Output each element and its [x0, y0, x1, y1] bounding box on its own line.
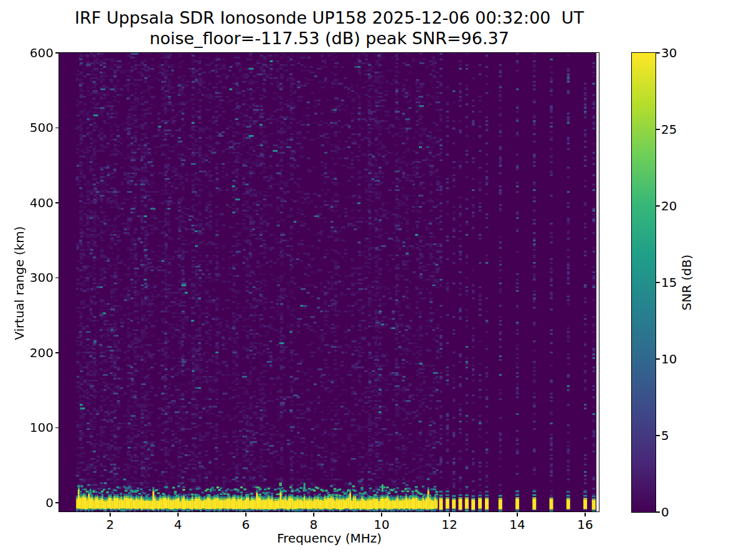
colorbar-tick-mark [656, 282, 660, 283]
colorbar-tick-label: 0 [661, 504, 698, 520]
colorbar-tick-label: 10 [661, 351, 698, 367]
y-tick-label: 600 [10, 45, 54, 61]
chart-title-line2: noise_floor=-117.53 (dB) peak SNR=96.37 [59, 28, 599, 49]
y-tick-mark [55, 278, 59, 279]
x-tick-mark [177, 513, 179, 516]
x-tick-mark [381, 513, 382, 516]
x-tick-label: 2 [88, 517, 132, 532]
y-tick-label: 0 [10, 495, 54, 511]
y-tick-mark [55, 427, 59, 429]
y-tick-mark [55, 502, 59, 503]
x-tick-label: 8 [292, 517, 336, 532]
colorbar-tick-label: 25 [661, 121, 698, 138]
y-tick-label: 500 [10, 119, 54, 136]
x-tick-label: 4 [156, 517, 200, 532]
y-axis-label: Virtual range (km) [10, 221, 29, 345]
colorbar-tick-mark [656, 511, 660, 513]
chart-title-line1: IRF Uppsala SDR Ionosonde UP158 2025-12-… [59, 7, 599, 28]
y-tick-mark [55, 128, 59, 129]
x-tick-label: 10 [360, 517, 403, 532]
y-tick-label: 200 [10, 345, 54, 361]
colorbar-tick-mark [656, 205, 660, 207]
x-tick-mark [517, 513, 518, 516]
y-tick-mark [55, 352, 59, 353]
x-tick-label: 14 [496, 517, 539, 532]
heatmap-canvas [59, 53, 599, 512]
chart-title: IRF Uppsala SDR Ionosonde UP158 2025-12-… [59, 7, 599, 49]
colorbar-tick-mark [656, 52, 660, 54]
ionogram-figure: IRF Uppsala SDR Ionosonde UP158 2025-12-… [0, 0, 747, 560]
x-tick-mark [449, 513, 450, 516]
x-tick-label: 12 [428, 517, 471, 532]
colorbar-tick-mark [656, 435, 660, 436]
x-tick-mark [245, 513, 247, 516]
colorbar-tick-mark [656, 129, 660, 130]
y-tick-mark [55, 202, 59, 203]
x-axis-label: Frequency (MHz) [59, 531, 599, 546]
colorbar-tick-label: 5 [661, 427, 698, 444]
colorbar-canvas [632, 53, 655, 512]
colorbar-tick-mark [656, 358, 660, 360]
colorbar-tick-label: 20 [661, 198, 698, 214]
y-tick-label: 100 [10, 419, 54, 436]
y-tick-mark [55, 52, 59, 54]
x-tick-mark [585, 513, 586, 516]
x-tick-label: 16 [563, 517, 607, 532]
x-tick-label: 6 [224, 517, 268, 532]
colorbar-label: SNR (dB) [677, 220, 696, 345]
x-tick-mark [110, 513, 111, 516]
colorbar-tick-label: 30 [661, 45, 698, 61]
x-tick-mark [313, 513, 314, 516]
y-tick-label: 400 [10, 195, 54, 211]
